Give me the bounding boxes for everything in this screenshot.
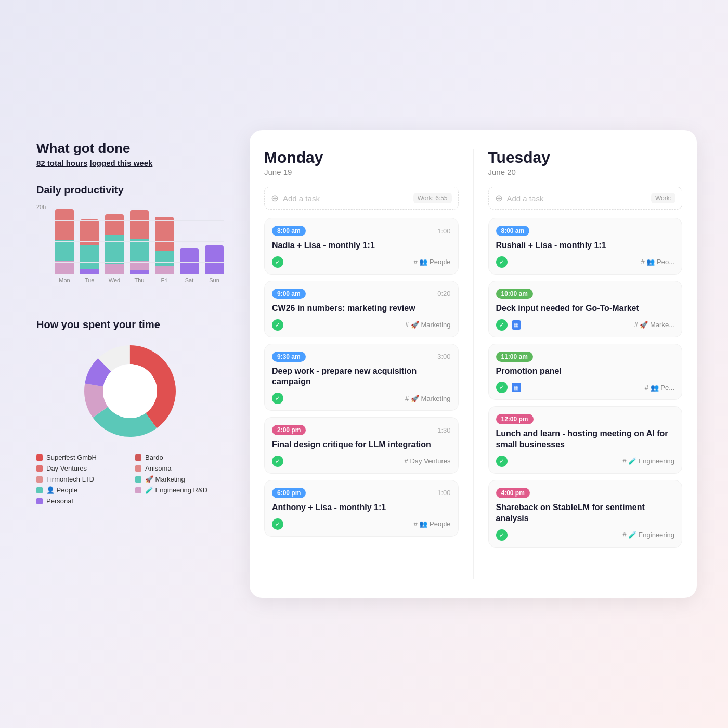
hours-label: 82 total hours bbox=[36, 159, 87, 167]
legend-dot bbox=[36, 454, 43, 461]
monday-title: Monday bbox=[264, 149, 459, 166]
add-task-icon: ⊕ bbox=[271, 192, 279, 204]
task-header: 12:00 pm bbox=[496, 414, 675, 424]
bar-segment bbox=[155, 217, 174, 251]
grid-line-2 bbox=[55, 241, 224, 242]
legend-label: Superfest GmbH bbox=[46, 453, 97, 461]
add-task-label: Add a task bbox=[507, 194, 647, 203]
bar-segment bbox=[105, 264, 124, 274]
legend-dot bbox=[135, 487, 141, 493]
task-header: 2:00 pm 1:30 bbox=[272, 425, 451, 435]
bar-wed: Wed bbox=[105, 204, 124, 283]
task-title: Final design critique for LLM integratio… bbox=[272, 439, 451, 450]
legend-item-marketing: 🚀 Marketing bbox=[135, 475, 224, 483]
work-badge-monday: Work: 6:55 bbox=[413, 193, 452, 203]
bar-stack-wed bbox=[105, 214, 124, 274]
task-footer: ✓ # 🚀 Marketing bbox=[272, 393, 451, 404]
task-header: 9:00 am 0:20 bbox=[272, 289, 451, 299]
grid-line-0 bbox=[55, 283, 224, 283]
task-card-tuesday-2: 10:00 am Deck input needed for Go-To-Mar… bbox=[488, 281, 683, 337]
bar-mon: Mon bbox=[55, 204, 74, 283]
time-badge: 8:00 am bbox=[272, 226, 306, 236]
legend-label: Anisoma bbox=[145, 464, 172, 472]
task-card-monday-4: 2:00 pm 1:30 Final design critique for L… bbox=[264, 417, 459, 474]
bar-segment bbox=[55, 261, 74, 274]
task-tag: # 👥 People bbox=[414, 258, 451, 266]
bar-sun: Sun bbox=[205, 204, 224, 283]
task-card-tuesday-4: 12:00 pm Lunch and learn - hosting meeti… bbox=[488, 406, 683, 474]
task-title: Promotion panel bbox=[496, 366, 675, 377]
task-tag: # 🚀 Marke... bbox=[634, 321, 674, 329]
add-task-label: Add a task bbox=[283, 194, 409, 203]
legend-item-bardo: Bardo bbox=[135, 453, 224, 461]
task-title: Anthony + Lisa - monthly 1:1 bbox=[272, 502, 451, 513]
task-card-tuesday-1: 8:00 am Rushali + Lisa - monthly 1:1 ✓ #… bbox=[488, 218, 683, 275]
task-tag: # 👥 Pe... bbox=[645, 384, 674, 392]
task-footer: ✓ # 👥 Peo... bbox=[496, 256, 675, 268]
y-axis: 20h bbox=[36, 204, 46, 283]
legend-label: Firmontech LTD bbox=[46, 475, 94, 483]
task-title: Shareback on StableLM for sentiment anal… bbox=[496, 502, 675, 524]
bar-stack-thu bbox=[130, 210, 149, 274]
bar-segment bbox=[155, 251, 174, 266]
tuesday-date: June 20 bbox=[488, 167, 683, 176]
time-badge: 10:00 am bbox=[496, 289, 533, 299]
bar-segment bbox=[130, 210, 149, 239]
duration: 0:20 bbox=[437, 290, 450, 297]
task-card-tuesday-5: 4:00 pm Shareback on StableLM for sentim… bbox=[488, 480, 683, 548]
time-spent-section: How you spent your time bbox=[36, 319, 224, 505]
tuesday-column: Tuesday June 20 ⊕ Add a task Work: 8:00 … bbox=[474, 149, 697, 579]
monday-date: June 19 bbox=[264, 167, 459, 176]
time-badge: 9:30 am bbox=[272, 352, 306, 362]
bar-segment bbox=[130, 239, 149, 261]
task-header: 10:00 am bbox=[496, 289, 675, 299]
time-badge: 4:00 pm bbox=[496, 488, 530, 498]
task-tag: # 👥 People bbox=[414, 520, 451, 528]
time-badge: 8:00 am bbox=[496, 226, 530, 236]
check-icon: ✓ bbox=[272, 518, 283, 530]
task-card-monday-1: 8:00 am 1:00 Nadia + Lisa - monthly 1:1 … bbox=[264, 218, 459, 275]
time-badge: 9:00 am bbox=[272, 289, 306, 299]
task-header: 9:30 am 3:00 bbox=[272, 352, 451, 362]
duration: 1:00 bbox=[437, 227, 450, 235]
add-task-tuesday[interactable]: ⊕ Add a task Work: bbox=[488, 187, 683, 210]
time-badge: 2:00 pm bbox=[272, 425, 306, 435]
main-container: What got done 82 total hours logged this… bbox=[31, 130, 697, 598]
legend-dot bbox=[135, 454, 141, 461]
task-header: 8:00 am bbox=[496, 226, 675, 236]
what-got-done-title: What got done bbox=[36, 140, 224, 157]
bar-thu: Thu bbox=[130, 204, 149, 283]
task-header: 11:00 am bbox=[496, 352, 675, 362]
donut-chart bbox=[78, 339, 182, 443]
calendar-app-icon: ▦ bbox=[512, 320, 521, 330]
task-footer: ✓ # 👥 People bbox=[272, 518, 451, 530]
task-title: Deep work - prepare new acquisition camp… bbox=[272, 366, 451, 388]
check-icon: ✓ bbox=[272, 456, 283, 467]
hours-suffix: logged this week bbox=[90, 159, 153, 167]
task-tag: # 🧪 Engineering bbox=[622, 457, 674, 465]
check-icon: ✓ bbox=[496, 319, 508, 331]
bar-segment bbox=[80, 245, 99, 269]
calendar-panel: Monday June 19 ⊕ Add a task Work: 6:55 8… bbox=[250, 130, 697, 598]
legend-item-personal: Personal bbox=[36, 497, 125, 505]
work-badge-tuesday: Work: bbox=[651, 193, 675, 203]
add-task-monday[interactable]: ⊕ Add a task Work: 6:55 bbox=[264, 187, 459, 210]
monday-column: Monday June 19 ⊕ Add a task Work: 6:55 8… bbox=[250, 149, 474, 579]
task-title: Nadia + Lisa - monthly 1:1 bbox=[272, 240, 451, 251]
task-tag: # 🚀 Marketing bbox=[405, 321, 451, 329]
legend: Superfest GmbH Bardo Day Ventures Anisom… bbox=[36, 453, 224, 505]
legend-dot bbox=[135, 476, 141, 483]
bar-segment bbox=[205, 245, 224, 274]
duration: 1:00 bbox=[437, 489, 450, 497]
bar-segment bbox=[80, 269, 99, 274]
legend-dot bbox=[36, 465, 43, 472]
task-title: CW26 in numbers: marketing review bbox=[272, 303, 451, 314]
task-header: 4:00 pm bbox=[496, 488, 675, 498]
duration: 1:30 bbox=[437, 426, 450, 434]
legend-label: 🧪 Engineering R&D bbox=[145, 486, 207, 494]
bar-segment bbox=[55, 209, 74, 240]
bar-fri: Fri bbox=[155, 204, 174, 283]
bar-stack-sat bbox=[180, 248, 199, 274]
bar-sat: Sat bbox=[180, 204, 199, 283]
check-icon: ✓ bbox=[496, 529, 508, 541]
